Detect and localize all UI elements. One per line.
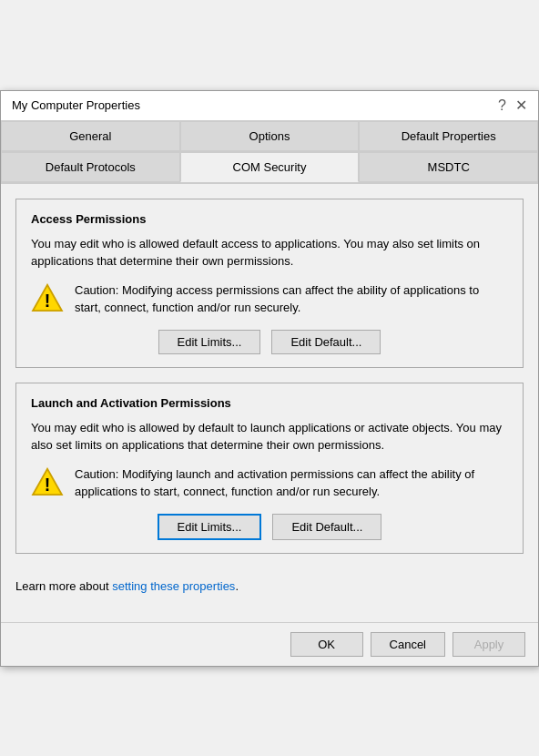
launch-caution-row: ! Caution: Modifying launch and activati… [31, 465, 508, 501]
tab-default-properties[interactable]: Default Properties [359, 121, 538, 151]
launch-edit-default-button[interactable]: Edit Default... [272, 514, 381, 540]
access-button-row: Edit Limits... Edit Default... [31, 330, 508, 354]
warning-icon-access: ! [31, 283, 64, 312]
launch-permissions-section: Launch and Activation Permissions You ma… [15, 383, 524, 554]
svg-text:!: ! [45, 474, 51, 494]
tab-options[interactable]: Options [180, 121, 360, 151]
cancel-button[interactable]: Cancel [371, 632, 445, 657]
launch-caution-text: Caution: Modifying launch and activation… [75, 465, 508, 501]
access-permissions-section: Access Permissions You may edit who is a… [15, 199, 524, 368]
svg-text:!: ! [45, 290, 51, 310]
launch-permissions-description: You may edit who is allowed by default t… [31, 419, 508, 455]
tab-default-protocols[interactable]: Default Protocols [1, 152, 180, 182]
learn-more-prefix: Learn more about [15, 579, 112, 593]
launch-button-row: Edit Limits... Edit Default... [31, 514, 508, 540]
footer-bar: OK Cancel Apply [1, 622, 538, 666]
tab-general[interactable]: General [1, 121, 180, 151]
apply-button[interactable]: Apply [453, 632, 525, 657]
title-bar: My Computer Properties ? ✕ [1, 91, 538, 121]
help-icon[interactable]: ? [498, 98, 506, 113]
learn-more: Learn more about setting these propertie… [15, 568, 524, 608]
warning-icon-launch: ! [31, 467, 64, 496]
access-edit-limits-button[interactable]: Edit Limits... [158, 330, 261, 354]
tab-bar-row2: Default Protocols COM Security MSDTC [1, 152, 538, 184]
access-permissions-title: Access Permissions [31, 212, 508, 226]
launch-edit-limits-button[interactable]: Edit Limits... [158, 514, 262, 540]
tab-msdtc[interactable]: MSDTC [359, 152, 538, 182]
close-icon[interactable]: ✕ [515, 98, 527, 113]
content-area: Access Permissions You may edit who is a… [1, 184, 538, 622]
access-edit-default-button[interactable]: Edit Default... [271, 330, 381, 354]
launch-permissions-title: Launch and Activation Permissions [31, 396, 508, 410]
window-title: My Computer Properties [12, 98, 140, 112]
title-bar-controls: ? ✕ [498, 98, 527, 113]
learn-more-suffix: . [235, 579, 239, 593]
access-permissions-description: You may edit who is allowed default acce… [31, 235, 508, 271]
window: My Computer Properties ? ✕ General Optio… [0, 90, 539, 667]
learn-more-link[interactable]: setting these properties [112, 579, 235, 593]
ok-button[interactable]: OK [290, 632, 363, 657]
tab-com-security[interactable]: COM Security [180, 152, 360, 182]
access-caution-text: Caution: Modifying access permissions ca… [75, 281, 508, 317]
tab-bar-row1: General Options Default Properties [1, 121, 538, 152]
access-caution-row: ! Caution: Modifying access permissions … [31, 281, 508, 317]
